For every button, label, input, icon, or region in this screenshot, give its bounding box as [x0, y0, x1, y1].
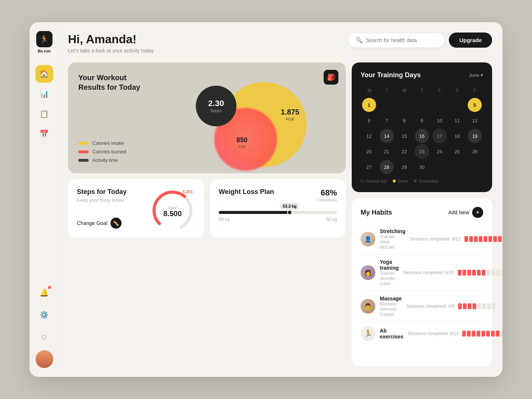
weight-labels: 58 kg 50 kg — [219, 217, 337, 222]
cal-day-12b[interactable]: 12 — [362, 129, 376, 143]
avatar[interactable] — [35, 350, 53, 368]
habit-avatar-ab: 🏃 — [361, 326, 375, 341]
legend-item-activity: Activity time — [78, 157, 126, 163]
calendar-grid: 1 5 6 7 8 9 10 11 — [361, 98, 483, 174]
search-bar[interactable]: 🔍 — [348, 33, 444, 47]
cal-day-23[interactable]: 23 — [415, 144, 429, 158]
search-input[interactable] — [366, 37, 437, 43]
upgrade-button[interactable]: Upgrade — [449, 33, 492, 48]
cal-day-7[interactable]: 7 — [380, 113, 394, 127]
cal-day-20[interactable]: 20 — [362, 144, 376, 158]
sessions-bars-ab — [462, 331, 502, 337]
logo: 🏃 Be.run — [36, 31, 52, 53]
sessions-bars-massage — [458, 303, 495, 309]
cal-day-1[interactable]: 1 — [362, 98, 376, 112]
bottom-cards: Steps for Today Keep your body toned Cha… — [68, 179, 346, 238]
cal-day-28[interactable]: 28 — [380, 160, 394, 174]
habits-card: My Habits Add New + 👤 Stretching Trainie… — [352, 198, 492, 366]
cal-day-5[interactable]: 5 — [468, 98, 482, 112]
sidebar-nav: 🏠 📊 📋 📅 — [35, 65, 53, 281]
cal-day-9[interactable]: 9 — [415, 113, 429, 127]
workout-card: Your Workout Results for Today 🎒 2.30 ho… — [68, 62, 346, 173]
cal-day[interactable] — [415, 98, 429, 112]
add-new-label: Add New — [448, 209, 469, 215]
sidebar-item-notes[interactable]: 📋 — [35, 105, 53, 123]
habit-trainer-massage: Masseur: Johnson Cooper — [380, 301, 402, 317]
sidebar-item-calendar[interactable]: 📅 — [35, 125, 53, 143]
habit-info-ab: Ab exercises — [380, 328, 403, 340]
sidebar-item-activity[interactable]: 📊 — [35, 85, 53, 103]
weight-marker: 53.2 kg — [280, 203, 299, 209]
sessions-bars-yoga — [458, 270, 502, 276]
cal-day-8[interactable]: 8 — [397, 113, 411, 127]
calendar-legend-items: Current day Done Scheduled — [361, 179, 483, 183]
sidebar-item-notifications[interactable]: 🔔 — [35, 284, 53, 301]
cal-day[interactable] — [380, 98, 394, 112]
logo-icon: 🏃 — [36, 31, 52, 47]
habit-item-yoga: 👩 Yoga training Trainier: Jennifer Lubin… — [361, 255, 483, 291]
habit-info-yoga: Yoga training Trainier: Jennifer Lubin — [380, 259, 399, 286]
cal-day-30[interactable]: 30 — [415, 160, 429, 174]
cal-day-25[interactable]: 25 — [450, 144, 464, 158]
legend-done: Done — [393, 179, 407, 183]
sidebar-item-home[interactable]: 🏠 — [35, 65, 53, 83]
sidebar-bottom: 🔔 ⚙️ ⬡ — [35, 284, 53, 368]
habit-item-massage: 👨 Massage Masseur: Johnson Cooper Sessio… — [361, 291, 483, 322]
habit-avatar-yoga: 👩 — [361, 265, 375, 280]
weight-bar: 53.2 kg — [219, 211, 337, 214]
page-subtitle: Let's take a look at your activity today — [68, 48, 154, 54]
cal-day-11[interactable]: 11 — [450, 113, 464, 127]
cal-day[interactable] — [397, 98, 411, 112]
cal-day-26[interactable]: 26 — [468, 144, 482, 158]
cal-day-6[interactable]: 6 — [362, 113, 376, 127]
weight-target: 50 kg — [326, 217, 337, 222]
habit-info-stretching: Stretching Trainier: Alice McCain — [380, 228, 405, 250]
sessions-bars-stretching — [464, 236, 502, 242]
gauge-center: Goal 8.500 — [163, 205, 182, 217]
cal-day-29[interactable]: 29 — [397, 160, 411, 174]
cal-day-18[interactable]: 18 — [450, 129, 464, 143]
cal-day-10[interactable]: 10 — [433, 113, 447, 127]
calendar-month[interactable]: June ▾ — [469, 72, 483, 78]
legend-label-intake: Calories intake — [92, 140, 124, 146]
cal-day[interactable] — [450, 98, 464, 112]
cal-day-14[interactable]: 14 — [380, 129, 394, 143]
sidebar-item-export[interactable]: ⬡ — [35, 328, 53, 346]
add-habit-button[interactable]: + — [472, 207, 483, 218]
legend-label-burned: Calories burned — [92, 149, 126, 154]
edit-goal-button[interactable]: ✏️ — [110, 218, 122, 229]
cal-day-12[interactable]: 12 — [468, 113, 482, 127]
legend-scheduled: Scheduled — [414, 179, 438, 183]
cal-day-22[interactable]: 22 — [397, 144, 411, 158]
cal-day[interactable] — [433, 98, 447, 112]
activity-time-value: 2.30 — [208, 99, 224, 108]
legend-current: Current day — [361, 179, 387, 183]
weight-progress: 53.2 kg 58 kg 50 kg — [219, 211, 337, 222]
habit-sessions-stretching: Sessions completed: 9/12 — [410, 236, 502, 242]
logo-text: Be.run — [38, 49, 51, 53]
cal-day-24[interactable]: 24 — [433, 144, 447, 158]
cal-day-16[interactable]: 16 — [415, 129, 429, 143]
calendar-header: Your Training Days June ▾ — [361, 71, 483, 79]
main-content: Hi, Amanda! Let's take a look at your ac… — [59, 22, 502, 377]
legend-dot-burned — [78, 150, 89, 153]
weight-start: 58 kg — [219, 217, 229, 222]
cal-day-21[interactable]: 21 — [380, 144, 394, 158]
sidebar-item-settings[interactable]: ⚙️ — [35, 306, 53, 324]
cal-day-17[interactable]: 17 — [433, 129, 447, 143]
habit-sessions-ab: Sessions completed: 8/10 — [408, 331, 502, 337]
weight-header: Weight Loss Plan 68% Completed — [219, 188, 337, 202]
habit-more-massage[interactable]: ··· — [500, 301, 502, 311]
cal-day-19[interactable]: 19 — [468, 129, 482, 143]
legend-dot-activity — [78, 159, 89, 162]
cal-day-15[interactable]: 15 — [397, 129, 411, 143]
legend-dot-intake — [78, 142, 89, 145]
weight-dot — [287, 210, 292, 215]
cal-day-27[interactable]: 27 — [362, 160, 376, 174]
calendar-day-headers: M T W T F S S — [361, 86, 483, 95]
habit-name-stretching: Stretching — [380, 228, 405, 234]
calendar-legend: Current day Done Scheduled — [361, 179, 483, 183]
habit-trainer-stretching: Trainier: Alice McCain — [380, 234, 405, 250]
calories-intake-label: 1.875 kcal — [281, 108, 299, 122]
page-title: Hi, Amanda! — [68, 33, 154, 46]
